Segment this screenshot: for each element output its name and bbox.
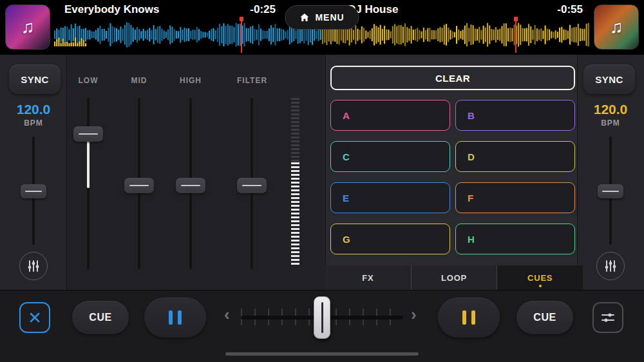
cue-pad-label: B	[468, 110, 475, 121]
music-note-icon	[21, 17, 35, 37]
track-time-right: -0:55	[557, 3, 583, 16]
crossfader-right-arrow-icon[interactable]	[411, 306, 417, 323]
eq-handle-low[interactable]	[73, 126, 103, 142]
menu-button[interactable]: MENU	[285, 5, 359, 30]
playhead-right	[515, 17, 516, 53]
dj-app: Everybody Knows -0:25 DJ House -0:55 MEN…	[0, 0, 644, 362]
close-icon	[29, 312, 41, 323]
sync-button-right[interactable]: SYNC	[583, 64, 635, 94]
cue-pad-label: D	[468, 151, 475, 162]
pause-icon	[471, 310, 475, 325]
transport-bar: CUE CUE	[0, 290, 644, 362]
tab-cues[interactable]: CUES	[497, 265, 583, 290]
pause-icon	[462, 310, 466, 325]
music-note-icon	[610, 17, 623, 37]
clear-button[interactable]: CLEAR	[330, 66, 575, 90]
cue-pads-grid: A B C D E F G H	[330, 100, 575, 254]
cue-pad-label: A	[343, 110, 350, 121]
vu-meter	[291, 98, 299, 267]
vu-meter-unlit	[291, 98, 299, 162]
pause-icon	[169, 310, 173, 325]
track-title-left: Everybody Knows	[64, 3, 159, 16]
bpm-value-left: 120.0	[0, 102, 67, 117]
cue-pad-a[interactable]: A	[330, 100, 450, 131]
vu-meter-lit	[291, 162, 299, 267]
cue-pad-e[interactable]: E	[330, 182, 450, 213]
home-indicator	[225, 352, 419, 356]
eq-label-mid: MID	[124, 76, 154, 85]
cue-pad-label: H	[468, 234, 475, 245]
exit-button[interactable]	[19, 302, 50, 333]
settings-button[interactable]	[592, 302, 623, 333]
bpm-unit-right: BPM	[577, 119, 644, 128]
eq-column-low: LOW	[73, 76, 103, 277]
deck-tools-button-right[interactable]	[596, 252, 625, 280]
cue-pad-label: F	[468, 193, 474, 204]
eq-column-mid: MID	[124, 76, 154, 277]
eq-label-filter: FILTER	[237, 76, 267, 85]
pause-icon	[178, 310, 182, 325]
bpm-unit-left: BPM	[0, 119, 67, 128]
eq-handle-filter[interactable]	[237, 178, 267, 193]
cue-pad-c[interactable]: C	[330, 141, 450, 172]
cue-pad-d[interactable]: D	[455, 141, 575, 172]
crossfader-handle[interactable]	[314, 296, 330, 339]
tab-loop[interactable]: LOOP	[411, 265, 497, 290]
waveform-right	[322, 17, 590, 53]
vertical-sliders-icon	[26, 259, 41, 273]
cue-button-right[interactable]: CUE	[516, 301, 573, 334]
sync-button-left[interactable]: SYNC	[9, 64, 61, 94]
album-art-right[interactable]	[594, 5, 639, 50]
eq-column-filter: FILTER	[237, 76, 267, 277]
waveform-left	[54, 17, 322, 53]
play-pause-right[interactable]	[438, 298, 500, 338]
cue-pad-label: G	[343, 234, 350, 245]
eq-handle-mid[interactable]	[124, 178, 154, 193]
menu-label: MENU	[315, 12, 344, 23]
eq-active-segment	[87, 140, 90, 188]
eq-label-high: HIGH	[176, 76, 205, 85]
cue-pad-label: C	[343, 151, 350, 162]
pads-tabs: FX LOOP CUES	[325, 265, 583, 290]
pitch-fader-handle-left[interactable]	[21, 184, 46, 198]
home-icon	[299, 13, 309, 22]
cue-button-left[interactable]: CUE	[72, 301, 129, 334]
cue-pad-h[interactable]: H	[455, 224, 575, 254]
cue-pad-b[interactable]: B	[455, 100, 575, 131]
horizontal-sliders-icon	[600, 310, 616, 325]
top-bar: Everybody Knows -0:25 DJ House -0:55 MEN…	[0, 0, 644, 55]
eq-handle-high[interactable]	[176, 178, 205, 193]
tab-fx[interactable]: FX	[325, 265, 411, 290]
cue-pad-g[interactable]: G	[330, 224, 450, 254]
play-pause-left[interactable]	[144, 298, 206, 338]
cue-pad-f[interactable]: F	[455, 182, 575, 213]
album-art-left[interactable]	[5, 5, 50, 50]
eq-label-low: LOW	[73, 76, 103, 85]
playhead-left	[241, 17, 242, 53]
bpm-value-right: 120.0	[577, 102, 644, 117]
pitch-fader-handle-right[interactable]	[598, 184, 623, 198]
eq-column-high: HIGH	[176, 76, 205, 277]
active-tab-dot	[539, 285, 542, 287]
crossfader-left-arrow-icon[interactable]	[224, 306, 230, 323]
track-time-left: -0:25	[225, 3, 276, 16]
cue-pad-label: E	[343, 193, 350, 204]
deck-tools-button-left[interactable]	[19, 252, 48, 280]
vertical-sliders-icon	[603, 259, 618, 273]
